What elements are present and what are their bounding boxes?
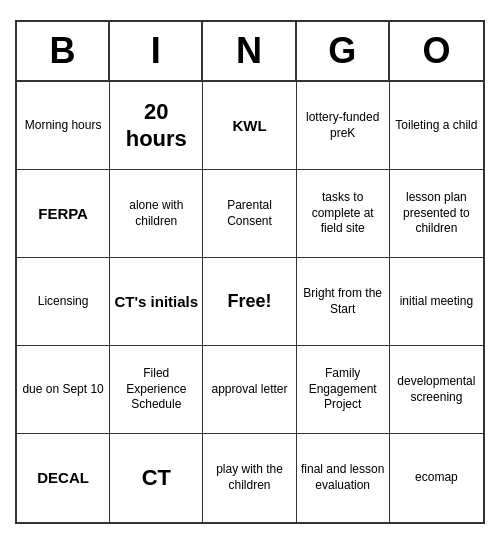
bingo-letter-o: O — [390, 22, 483, 80]
bingo-letter-i: I — [110, 22, 203, 80]
bingo-cell-23: final and lesson evaluation — [297, 434, 390, 522]
bingo-cell-15: due on Sept 10 — [17, 346, 110, 434]
bingo-grid: Morning hours20hoursKWLlottery-funded pr… — [17, 82, 483, 522]
bingo-cell-17: approval letter — [203, 346, 296, 434]
bingo-cell-19: developmental screening — [390, 346, 483, 434]
bingo-cell-20: DECAL — [17, 434, 110, 522]
bingo-cell-2: KWL — [203, 82, 296, 170]
bingo-cell-7: Parental Consent — [203, 170, 296, 258]
bingo-cell-4: Toileting a child — [390, 82, 483, 170]
bingo-cell-14: initial meeting — [390, 258, 483, 346]
bingo-cell-0: Morning hours — [17, 82, 110, 170]
bingo-cell-10: Licensing — [17, 258, 110, 346]
bingo-cell-13: Bright from the Start — [297, 258, 390, 346]
bingo-letter-b: B — [17, 22, 110, 80]
bingo-cell-24: ecomap — [390, 434, 483, 522]
bingo-cell-22: play with the children — [203, 434, 296, 522]
bingo-cell-18: Family Engagement Project — [297, 346, 390, 434]
bingo-cell-21: CT — [110, 434, 203, 522]
bingo-header: BINGO — [17, 22, 483, 82]
bingo-cell-9: lesson plan presented to children — [390, 170, 483, 258]
bingo-letter-n: N — [203, 22, 296, 80]
bingo-cell-16: Filed Experience Schedule — [110, 346, 203, 434]
bingo-cell-3: lottery-funded preK — [297, 82, 390, 170]
bingo-cell-11: CT's initials — [110, 258, 203, 346]
bingo-cell-5: FERPA — [17, 170, 110, 258]
bingo-cell-8: tasks to complete at field site — [297, 170, 390, 258]
bingo-cell-6: alone with children — [110, 170, 203, 258]
bingo-cell-12: Free! — [203, 258, 296, 346]
bingo-card: BINGO Morning hours20hoursKWLlottery-fun… — [15, 20, 485, 524]
bingo-cell-1: 20hours — [110, 82, 203, 170]
bingo-letter-g: G — [297, 22, 390, 80]
